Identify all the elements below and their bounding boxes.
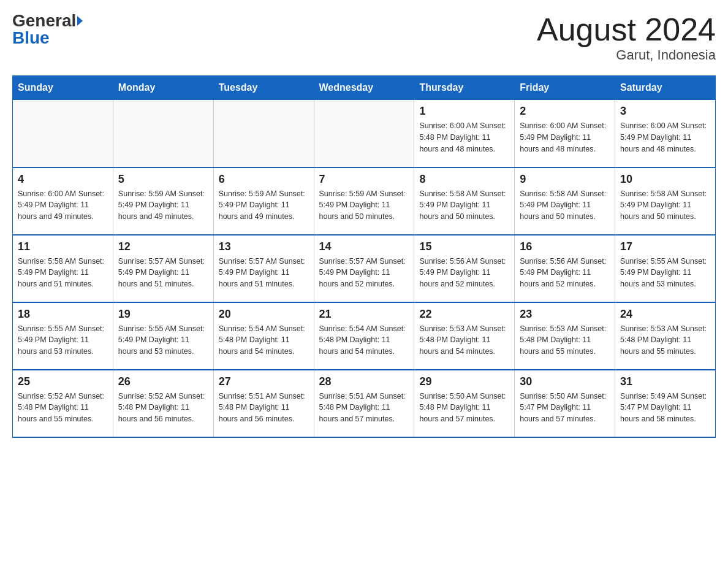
calendar-cell: 14Sunrise: 5:57 AM Sunset: 5:49 PM Dayli…	[314, 235, 414, 302]
day-info: Sunrise: 5:55 AM Sunset: 5:49 PM Dayligh…	[118, 323, 208, 358]
calendar-cell: 3Sunrise: 6:00 AM Sunset: 5:49 PM Daylig…	[615, 100, 716, 167]
calendar-cell: 7Sunrise: 5:59 AM Sunset: 5:49 PM Daylig…	[314, 167, 414, 235]
header-row: Sunday Monday Tuesday Wednesday Thursday…	[13, 76, 716, 100]
day-info: Sunrise: 5:54 AM Sunset: 5:48 PM Dayligh…	[219, 323, 309, 358]
day-number: 26	[118, 375, 208, 388]
day-info: Sunrise: 5:58 AM Sunset: 5:49 PM Dayligh…	[419, 188, 509, 223]
day-info: Sunrise: 6:00 AM Sunset: 5:49 PM Dayligh…	[18, 188, 108, 223]
day-info: Sunrise: 5:51 AM Sunset: 5:48 PM Dayligh…	[219, 391, 309, 425]
calendar-cell: 22Sunrise: 5:53 AM Sunset: 5:48 PM Dayli…	[414, 302, 515, 370]
calendar-month-year: August 2024	[537, 12, 716, 47]
calendar-cell: 21Sunrise: 5:54 AM Sunset: 5:48 PM Dayli…	[314, 302, 414, 370]
day-info: Sunrise: 5:55 AM Sunset: 5:49 PM Dayligh…	[18, 323, 108, 358]
day-number: 18	[18, 308, 108, 321]
day-info: Sunrise: 5:54 AM Sunset: 5:48 PM Dayligh…	[319, 323, 409, 358]
day-info: Sunrise: 5:52 AM Sunset: 5:48 PM Dayligh…	[118, 391, 208, 425]
day-info: Sunrise: 5:58 AM Sunset: 5:49 PM Dayligh…	[620, 188, 710, 223]
day-number: 13	[219, 240, 309, 253]
calendar-cell: 19Sunrise: 5:55 AM Sunset: 5:49 PM Dayli…	[113, 302, 213, 370]
calendar-cell: 18Sunrise: 5:55 AM Sunset: 5:49 PM Dayli…	[13, 302, 113, 370]
day-number: 23	[520, 308, 610, 321]
calendar-header: Sunday Monday Tuesday Wednesday Thursday…	[13, 76, 716, 100]
calendar-cell: 29Sunrise: 5:50 AM Sunset: 5:48 PM Dayli…	[414, 370, 515, 437]
calendar-body: 1Sunrise: 6:00 AM Sunset: 5:48 PM Daylig…	[13, 100, 716, 437]
day-number: 10	[620, 173, 710, 186]
calendar-cell: 2Sunrise: 6:00 AM Sunset: 5:49 PM Daylig…	[515, 100, 615, 167]
day-number: 5	[118, 173, 208, 186]
header-sunday: Sunday	[13, 76, 113, 100]
calendar-cell: 23Sunrise: 5:53 AM Sunset: 5:48 PM Dayli…	[515, 302, 615, 370]
calendar-cell: 25Sunrise: 5:52 AM Sunset: 5:48 PM Dayli…	[13, 370, 113, 437]
logo-general: General	[12, 11, 76, 30]
day-info: Sunrise: 5:59 AM Sunset: 5:49 PM Dayligh…	[118, 188, 208, 223]
day-info: Sunrise: 5:51 AM Sunset: 5:48 PM Dayligh…	[319, 391, 409, 425]
day-info: Sunrise: 5:53 AM Sunset: 5:48 PM Dayligh…	[620, 323, 710, 358]
day-number: 4	[18, 173, 108, 186]
calendar-cell	[314, 100, 414, 167]
calendar-cell: 20Sunrise: 5:54 AM Sunset: 5:48 PM Dayli…	[213, 302, 314, 370]
calendar-location: Garut, Indonesia	[537, 47, 716, 63]
day-info: Sunrise: 5:56 AM Sunset: 5:49 PM Dayligh…	[520, 256, 610, 290]
day-number: 28	[319, 375, 409, 388]
calendar-cell: 30Sunrise: 5:50 AM Sunset: 5:47 PM Dayli…	[515, 370, 615, 437]
calendar-cell: 27Sunrise: 5:51 AM Sunset: 5:48 PM Dayli…	[213, 370, 314, 437]
calendar-week-3: 11Sunrise: 5:58 AM Sunset: 5:49 PM Dayli…	[13, 235, 716, 302]
day-number: 19	[118, 308, 208, 321]
day-info: Sunrise: 5:58 AM Sunset: 5:49 PM Dayligh…	[520, 188, 610, 223]
day-number: 7	[319, 173, 409, 186]
day-info: Sunrise: 6:00 AM Sunset: 5:48 PM Dayligh…	[419, 120, 509, 155]
day-number: 21	[319, 308, 409, 321]
day-info: Sunrise: 5:58 AM Sunset: 5:49 PM Dayligh…	[18, 256, 108, 290]
calendar-title-block: August 2024 Garut, Indonesia	[537, 12, 716, 63]
calendar-cell: 15Sunrise: 5:56 AM Sunset: 5:49 PM Dayli…	[414, 235, 515, 302]
logo-triangle-icon	[77, 16, 83, 26]
calendar-cell: 10Sunrise: 5:58 AM Sunset: 5:49 PM Dayli…	[615, 167, 716, 235]
day-info: Sunrise: 6:00 AM Sunset: 5:49 PM Dayligh…	[520, 120, 610, 155]
calendar-cell: 1Sunrise: 6:00 AM Sunset: 5:48 PM Daylig…	[414, 100, 515, 167]
calendar-cell: 4Sunrise: 6:00 AM Sunset: 5:49 PM Daylig…	[13, 167, 113, 235]
day-info: Sunrise: 5:57 AM Sunset: 5:49 PM Dayligh…	[219, 256, 309, 290]
logo-blue: Blue	[12, 28, 50, 47]
day-number: 12	[118, 240, 208, 253]
header-monday: Monday	[113, 76, 213, 100]
calendar-week-2: 4Sunrise: 6:00 AM Sunset: 5:49 PM Daylig…	[13, 167, 716, 235]
calendar-cell: 12Sunrise: 5:57 AM Sunset: 5:49 PM Dayli…	[113, 235, 213, 302]
calendar-cell: 16Sunrise: 5:56 AM Sunset: 5:49 PM Dayli…	[515, 235, 615, 302]
calendar-cell: 6Sunrise: 5:59 AM Sunset: 5:49 PM Daylig…	[213, 167, 314, 235]
day-info: Sunrise: 5:57 AM Sunset: 5:49 PM Dayligh…	[118, 256, 208, 290]
day-number: 25	[18, 375, 108, 388]
header-tuesday: Tuesday	[213, 76, 314, 100]
day-info: Sunrise: 6:00 AM Sunset: 5:49 PM Dayligh…	[620, 120, 710, 155]
logo: General Blue	[12, 12, 83, 47]
day-info: Sunrise: 5:55 AM Sunset: 5:49 PM Dayligh…	[620, 256, 710, 290]
calendar-cell	[113, 100, 213, 167]
day-number: 11	[18, 240, 108, 253]
calendar-week-1: 1Sunrise: 6:00 AM Sunset: 5:48 PM Daylig…	[13, 100, 716, 167]
page-header: General Blue August 2024 Garut, Indonesi…	[12, 12, 716, 63]
day-number: 30	[520, 375, 610, 388]
day-info: Sunrise: 5:56 AM Sunset: 5:49 PM Dayligh…	[419, 256, 509, 290]
day-info: Sunrise: 5:59 AM Sunset: 5:49 PM Dayligh…	[219, 188, 309, 223]
day-number: 6	[219, 173, 309, 186]
day-number: 27	[219, 375, 309, 388]
day-number: 20	[219, 308, 309, 321]
calendar-cell: 26Sunrise: 5:52 AM Sunset: 5:48 PM Dayli…	[113, 370, 213, 437]
day-number: 14	[319, 240, 409, 253]
calendar-cell: 9Sunrise: 5:58 AM Sunset: 5:49 PM Daylig…	[515, 167, 615, 235]
day-number: 15	[419, 240, 509, 253]
day-info: Sunrise: 5:53 AM Sunset: 5:48 PM Dayligh…	[419, 323, 509, 358]
day-number: 3	[620, 105, 710, 118]
day-info: Sunrise: 5:52 AM Sunset: 5:48 PM Dayligh…	[18, 391, 108, 425]
day-number: 2	[520, 105, 610, 118]
calendar-cell: 28Sunrise: 5:51 AM Sunset: 5:48 PM Dayli…	[314, 370, 414, 437]
calendar-cell: 13Sunrise: 5:57 AM Sunset: 5:49 PM Dayli…	[213, 235, 314, 302]
day-info: Sunrise: 5:57 AM Sunset: 5:49 PM Dayligh…	[319, 256, 409, 290]
day-number: 24	[620, 308, 710, 321]
header-friday: Friday	[515, 76, 615, 100]
day-info: Sunrise: 5:49 AM Sunset: 5:47 PM Dayligh…	[620, 391, 710, 425]
calendar-cell	[213, 100, 314, 167]
day-info: Sunrise: 5:59 AM Sunset: 5:49 PM Dayligh…	[319, 188, 409, 223]
calendar-cell	[13, 100, 113, 167]
header-wednesday: Wednesday	[314, 76, 414, 100]
day-number: 8	[419, 173, 509, 186]
